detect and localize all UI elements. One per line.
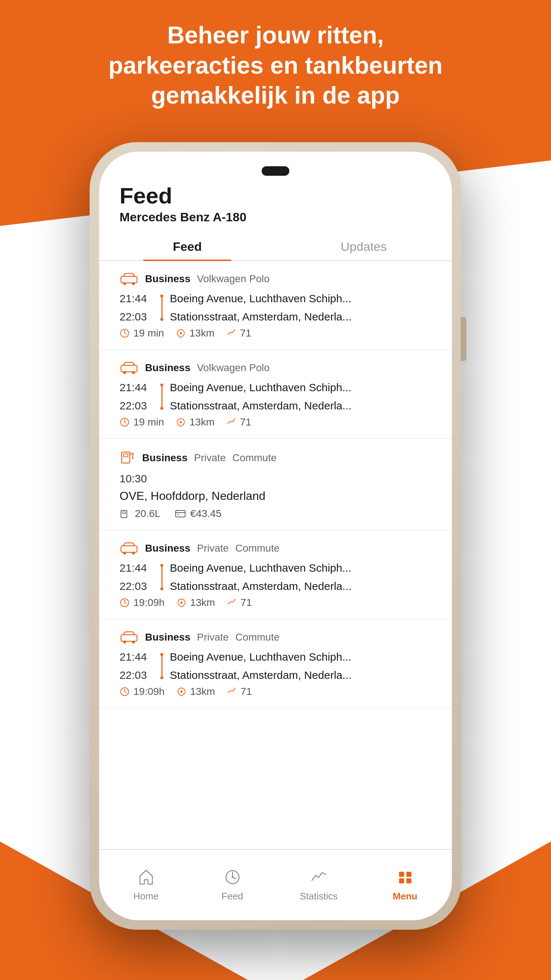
addr-end-1: Stationsstraat, Amsterdam, Nederla...: [170, 310, 432, 323]
fuel-cost-3: €43.45: [175, 508, 222, 520]
bottom-nav: Home Feed: [99, 849, 452, 920]
badge-commute-5: Commute: [235, 632, 279, 643]
hero-line3: gemakkelijk in de app: [151, 82, 400, 109]
car-icon-2: [119, 360, 138, 375]
svg-point-30: [180, 601, 183, 604]
badge-business-1: Business: [145, 273, 191, 285]
badge-car-2: Volkwagen Polo: [197, 362, 270, 374]
nav-feed-label: Feed: [222, 891, 243, 902]
app-subtitle: Mercedes Benz A-180: [119, 210, 432, 224]
fuel-time-3: 10:30: [119, 473, 432, 485]
time-end-1: 22:03: [119, 310, 154, 323]
svg-point-10: [132, 371, 135, 374]
svg-point-32: [123, 641, 126, 643]
nav-menu[interactable]: Menu: [362, 868, 448, 902]
menu-icon: [396, 868, 414, 888]
svg-rect-44: [399, 878, 404, 883]
hero-line2: parkeeracties en tankbeurten: [108, 52, 442, 79]
svg-rect-16: [124, 454, 128, 457]
svg-point-2: [132, 282, 135, 285]
feed-item-5[interactable]: Business Private Commute 21:44 22:03: [99, 619, 452, 708]
tab-feed[interactable]: Feed: [99, 233, 275, 260]
svg-point-14: [179, 421, 182, 423]
app-title: Feed: [119, 185, 432, 207]
home-icon: [137, 868, 155, 888]
hero-text: Beheer jouw ritten, parkeeracties en tan…: [0, 20, 551, 110]
nav-statistics[interactable]: Statistics: [275, 868, 362, 902]
badge-commute-3: Commute: [232, 452, 276, 464]
score-stat-1: 71: [226, 328, 251, 339]
svg-point-7: [179, 332, 182, 334]
svg-rect-43: [407, 872, 411, 877]
svg-point-25: [123, 552, 126, 555]
badge-business-5: Business: [145, 632, 191, 643]
svg-rect-31: [121, 635, 137, 641]
svg-point-33: [132, 641, 135, 643]
svg-point-37: [180, 690, 183, 693]
car-icon-5: [119, 630, 138, 645]
badge-private-5: Private: [197, 632, 229, 643]
svg-rect-24: [121, 546, 137, 552]
svg-line-6: [125, 333, 127, 334]
svg-rect-19: [121, 511, 127, 518]
nav-home-label: Home: [133, 891, 159, 902]
feed-item-3[interactable]: Business Private Commute 10:30 OVE, Hoof…: [99, 439, 452, 530]
nav-statistics-label: Statistics: [300, 891, 337, 902]
svg-rect-8: [121, 365, 137, 372]
feed-item-2[interactable]: Business Volkwagen Polo 21:44 22:03: [99, 350, 452, 439]
feed-list: Business Volkwagen Polo 21:44 22:03: [99, 261, 452, 909]
badge-business-4: Business: [145, 542, 191, 554]
badge-business-2: Business: [145, 362, 191, 374]
tabs-bar: Feed Updates: [99, 233, 452, 261]
svg-line-36: [125, 692, 127, 693]
screen-content: Feed Mercedes Benz A-180 Feed Updates: [99, 152, 452, 920]
feed-item-4[interactable]: Business Private Commute 21:44 22:03: [99, 530, 452, 619]
time-start-1: 21:44: [119, 293, 154, 305]
feed-nav-icon: [223, 868, 241, 888]
fuel-location-3: OVE, Hoofddorp, Nederland: [119, 489, 265, 503]
svg-line-13: [125, 422, 127, 423]
svg-line-29: [125, 603, 127, 604]
duration-stat-1: 19 min: [119, 328, 164, 339]
badge-car-1: Volkwagen Polo: [197, 273, 270, 285]
svg-rect-0: [121, 276, 137, 283]
svg-rect-20: [122, 512, 125, 514]
badge-business-3: Business: [142, 452, 188, 464]
svg-point-9: [123, 371, 126, 374]
hero-line1: Beheer jouw ritten,: [167, 22, 384, 48]
badge-commute-4: Commute: [235, 542, 279, 554]
tab-updates[interactable]: Updates: [275, 233, 452, 260]
fuel-icon: [119, 449, 135, 467]
svg-rect-45: [407, 878, 411, 883]
svg-point-1: [123, 282, 126, 285]
camera-notch: [262, 166, 289, 176]
distance-stat-1: 13km: [176, 328, 214, 339]
phone-frame: Feed Mercedes Benz A-180 Feed Updates: [90, 142, 461, 930]
app-header: Feed Mercedes Benz A-180: [99, 152, 452, 224]
svg-point-41: [232, 877, 233, 878]
svg-rect-21: [176, 511, 185, 517]
car-icon: [119, 271, 138, 286]
svg-point-26: [132, 552, 135, 555]
feed-item-1[interactable]: Business Volkwagen Polo 21:44 22:03: [99, 261, 452, 350]
badge-private-3: Private: [194, 452, 226, 464]
fuel-liters-3: 20.6L: [119, 508, 160, 520]
nav-feed[interactable]: Feed: [189, 868, 275, 902]
statistics-icon: [310, 868, 328, 888]
addr-start-1: Boeing Avenue, Luchthaven Schiph...: [170, 293, 432, 305]
svg-rect-42: [399, 872, 404, 877]
nav-menu-label: Menu: [393, 891, 418, 902]
car-icon-4: [119, 541, 138, 556]
badge-private-4: Private: [197, 542, 229, 554]
nav-home[interactable]: Home: [103, 868, 189, 902]
